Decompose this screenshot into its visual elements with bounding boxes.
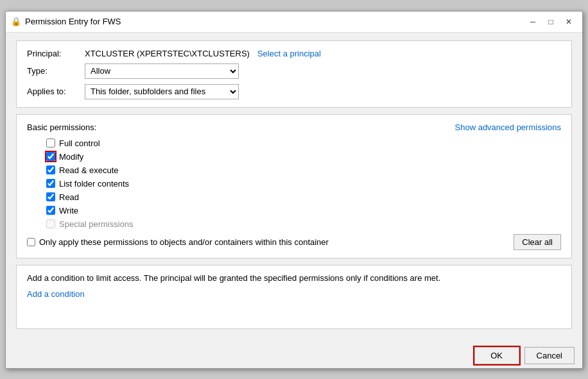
- titlebar: 🔒 Permission Entry for FWS ─ □ ✕: [6, 12, 582, 33]
- read-checkbox[interactable]: [46, 192, 55, 201]
- read-execute-checkbox[interactable]: [46, 165, 55, 174]
- checkbox-row-read-execute: Read & execute: [46, 165, 561, 175]
- read-execute-label: Read & execute: [59, 165, 119, 175]
- clear-all-button[interactable]: Clear all: [514, 234, 561, 250]
- checkbox-row-full-control: Full control: [46, 139, 561, 148]
- top-section: Principal: XTCLUSTER (XPERTSTEC\XTCLUSTE…: [16, 40, 572, 108]
- principal-value: XTCLUSTER (XPERTSTEC\XTCLUSTERS): [85, 49, 250, 58]
- permissions-header: Basic permissions: Show advanced permiss…: [27, 122, 561, 132]
- condition-description: Add a condition to limit access. The pri…: [27, 273, 561, 283]
- list-folder-label: List folder contents: [59, 179, 129, 189]
- applies-to-select[interactable]: This folder, subfolders and files This f…: [85, 84, 239, 99]
- principal-label: Principal:: [27, 49, 85, 58]
- show-advanced-link[interactable]: Show advanced permissions: [455, 122, 561, 132]
- write-label: Write: [59, 206, 78, 215]
- modify-label: Modify: [59, 152, 83, 162]
- select-principal-link[interactable]: Select a principal: [257, 49, 321, 58]
- basic-permissions-label: Basic permissions:: [27, 122, 96, 132]
- full-control-checkbox[interactable]: [46, 139, 55, 147]
- bottom-checkbox-row: Only apply these permissions to objects …: [27, 234, 561, 250]
- maximize-button[interactable]: □: [542, 15, 559, 28]
- full-control-label: Full control: [59, 139, 100, 148]
- special-checkbox[interactable]: [46, 219, 55, 228]
- checkbox-row-write: Write: [46, 206, 561, 215]
- applies-to-label: Applies to:: [27, 87, 85, 96]
- list-folder-checkbox[interactable]: [46, 179, 55, 188]
- special-label: Special permissions: [59, 219, 134, 229]
- checkbox-row-modify: Modify: [46, 152, 561, 162]
- checkbox-row-list-folder: List folder contents: [46, 179, 561, 189]
- type-select[interactable]: Allow Deny: [85, 63, 239, 79]
- only-apply-label: Only apply these permissions to objects …: [39, 237, 329, 247]
- write-checkbox[interactable]: [46, 206, 55, 215]
- principal-row: Principal: XTCLUSTER (XPERTSTEC\XTCLUSTE…: [27, 49, 561, 58]
- dialog-title: Permission Entry for FWS: [25, 17, 121, 26]
- minimize-button[interactable]: ─: [524, 15, 541, 28]
- checkboxes-container: Full control Modify Read & execute List …: [46, 139, 561, 229]
- type-row: Type: Allow Deny: [27, 63, 561, 79]
- applies-to-row: Applies to: This folder, subfolders and …: [27, 84, 561, 99]
- ok-button[interactable]: OK: [474, 347, 519, 364]
- modify-checkbox[interactable]: [46, 152, 55, 161]
- only-apply-container: Only apply these permissions to objects …: [27, 237, 329, 247]
- condition-section: Add a condition to limit access. The pri…: [16, 265, 572, 329]
- footer: OK Cancel: [6, 343, 582, 368]
- titlebar-left: 🔒 Permission Entry for FWS: [11, 17, 121, 27]
- add-condition-link[interactable]: Add a condition: [27, 289, 85, 299]
- read-label: Read: [59, 192, 79, 202]
- checkbox-row-special: Special permissions: [46, 219, 561, 229]
- dialog-icon: 🔒: [11, 17, 21, 27]
- permissions-section: Basic permissions: Show advanced permiss…: [16, 114, 572, 258]
- type-label: Type:: [27, 66, 85, 76]
- dialog-body: Principal: XTCLUSTER (XPERTSTEC\XTCLUSTE…: [6, 33, 582, 343]
- cancel-button[interactable]: Cancel: [524, 347, 575, 364]
- only-apply-checkbox[interactable]: [27, 238, 35, 246]
- dialog-window: 🔒 Permission Entry for FWS ─ □ ✕ Princip…: [5, 11, 583, 369]
- checkbox-row-read: Read: [46, 192, 561, 202]
- close-button[interactable]: ✕: [560, 15, 577, 28]
- titlebar-controls: ─ □ ✕: [524, 15, 577, 28]
